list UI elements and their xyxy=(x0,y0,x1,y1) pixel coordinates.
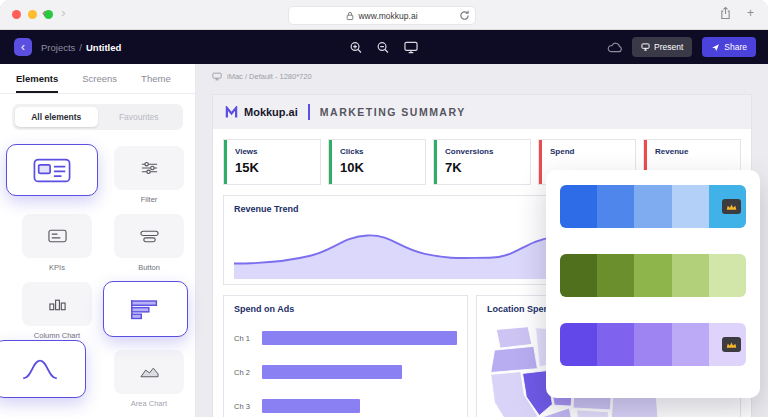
dragged-element-area-curve[interactable] xyxy=(0,340,86,398)
kpi-card-icon xyxy=(48,229,67,243)
color-swatch xyxy=(560,185,597,228)
area-chart-icon xyxy=(140,365,159,379)
device-label-text: iMac / Default - 1280*720 xyxy=(227,72,312,81)
address-bar[interactable]: www.mokkup.ai xyxy=(288,6,476,25)
share-button[interactable]: Share xyxy=(702,37,756,57)
color-swatch xyxy=(597,323,634,366)
zoom-out-icon[interactable] xyxy=(377,41,390,54)
color-palette-panel xyxy=(546,170,760,398)
bar-row: Ch 3 xyxy=(234,396,457,416)
mokkup-logo-icon xyxy=(225,106,238,119)
segment-favourites[interactable]: Favourites xyxy=(98,107,181,127)
new-tab-icon[interactable]: + xyxy=(747,6,754,20)
button-element-icon xyxy=(140,229,159,243)
dragged-element-image-card[interactable] xyxy=(6,144,98,196)
share-button-label: Share xyxy=(724,42,747,52)
device-monitor-icon xyxy=(212,72,222,81)
kpi-accent-bar xyxy=(539,140,542,184)
breadcrumb-projects[interactable]: Projects xyxy=(41,42,75,53)
present-monitor-icon xyxy=(641,43,650,51)
tile-label-kpis: KPIs xyxy=(49,263,65,272)
color-swatch xyxy=(672,185,709,228)
preview-monitor-icon[interactable] xyxy=(404,41,419,54)
color-swatch xyxy=(597,185,634,228)
breadcrumb: Projects / Untitled xyxy=(41,42,121,53)
spend-on-ads-title: Spend on Ads xyxy=(234,304,457,314)
element-tile-filter[interactable]: Filter xyxy=(108,146,190,214)
palette-row-green[interactable] xyxy=(560,254,746,297)
color-swatch xyxy=(560,254,597,297)
palette-row-purple[interactable] xyxy=(560,323,746,366)
spend-bars: Ch 1 Ch 2 Ch 3 xyxy=(234,328,457,416)
kpi-card-clicks[interactable]: Clicks 10K xyxy=(328,139,426,185)
app-header: ‹ Projects / Untitled xyxy=(0,30,768,64)
app-back-button[interactable]: ‹ xyxy=(14,38,32,56)
column-chart-icon xyxy=(48,297,67,311)
color-swatch xyxy=(672,254,709,297)
lock-icon xyxy=(346,11,354,21)
bar-row: Ch 1 xyxy=(234,328,457,348)
bar-row: Ch 2 xyxy=(234,362,457,382)
close-window-button[interactable] xyxy=(12,10,21,19)
present-button-label: Present xyxy=(654,42,683,52)
elements-filter-toggle: All elements Favourites xyxy=(12,104,183,130)
filter-icon xyxy=(140,161,159,175)
bell-curve-icon xyxy=(20,356,60,382)
tile-label-filter: Filter xyxy=(141,195,158,204)
bar-category-label: Ch 2 xyxy=(234,368,262,377)
browser-forward-button[interactable]: › xyxy=(61,5,65,20)
bar-category-label: Ch 1 xyxy=(234,334,262,343)
present-button[interactable]: Present xyxy=(632,37,692,57)
browser-back-button[interactable]: ‹ xyxy=(42,5,46,20)
color-swatch xyxy=(597,254,634,297)
kpi-label: Spend xyxy=(550,147,627,156)
element-tile-area-chart[interactable]: Area Chart xyxy=(108,350,190,417)
kpi-value: 15K xyxy=(235,160,312,175)
palette-row-blue[interactable] xyxy=(560,185,746,228)
color-swatch xyxy=(709,254,746,297)
bar-category-label: Ch 3 xyxy=(234,402,262,411)
spend-on-ads-card[interactable]: Spend on Ads Ch 1 Ch 2 Ch 3 xyxy=(223,295,468,417)
kpi-card-conversions[interactable]: Conversions 7K xyxy=(433,139,531,185)
browser-toolbar: ‹ › www.mokkup.ai + xyxy=(0,0,768,30)
kpi-accent-bar xyxy=(224,140,227,184)
tab-theme[interactable]: Theme xyxy=(141,73,171,84)
minimize-window-button[interactable] xyxy=(28,10,37,19)
kpi-label: Revenue xyxy=(655,147,732,156)
breadcrumb-untitled: Untitled xyxy=(86,42,121,53)
color-swatch xyxy=(634,323,671,366)
dashboard-brand: Mokkup.ai xyxy=(244,106,298,118)
browser-window: ‹ › www.mokkup.ai + ‹ Projects / Unt xyxy=(0,0,768,417)
dragged-element-bar-chart[interactable] xyxy=(103,281,188,337)
color-swatch xyxy=(560,323,597,366)
tab-elements[interactable]: Elements xyxy=(16,73,58,84)
tile-label-area-chart: Area Chart xyxy=(131,399,167,408)
color-swatch xyxy=(634,185,671,228)
color-swatch xyxy=(634,254,671,297)
bar-ch2 xyxy=(262,365,402,379)
kpi-label: Views xyxy=(235,147,312,156)
tile-label-column-chart: Column Chart xyxy=(34,331,80,340)
breadcrumb-separator: / xyxy=(79,42,82,53)
header-divider xyxy=(308,104,310,120)
dashboard-header: Mokkup.ai MARKETING SUMMARY xyxy=(213,95,751,129)
share-plane-icon xyxy=(711,43,720,52)
reload-icon[interactable] xyxy=(459,10,470,21)
element-tile-button[interactable]: Button xyxy=(108,214,190,282)
kpi-card-views[interactable]: Views 15K xyxy=(223,139,321,185)
kpi-accent-bar xyxy=(329,140,332,184)
zoom-in-icon[interactable] xyxy=(350,41,363,54)
kpi-label: Conversions xyxy=(445,147,522,156)
tab-screens[interactable]: Screens xyxy=(82,73,117,84)
bar-ch1 xyxy=(262,331,457,345)
image-card-icon xyxy=(33,158,71,183)
premium-crown-badge xyxy=(722,199,741,214)
share-page-icon[interactable] xyxy=(720,6,731,20)
element-tile-kpis[interactable]: KPIs xyxy=(16,214,98,282)
kpi-label: Clicks xyxy=(340,147,417,156)
kpi-value: 7K xyxy=(445,160,522,175)
tile-label-button: Button xyxy=(138,263,160,272)
bar-chart-icon xyxy=(129,298,163,321)
kpi-accent-bar xyxy=(434,140,437,184)
segment-all-elements[interactable]: All elements xyxy=(15,107,98,127)
